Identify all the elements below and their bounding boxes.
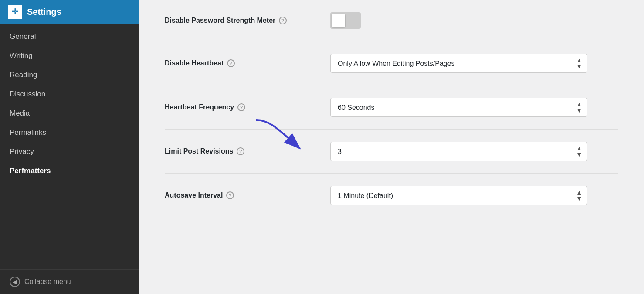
sidebar-title: Settings — [27, 7, 61, 17]
settings-row-limit-post-revisions: Limit Post Revisions?12345101520Disable▲… — [165, 130, 618, 174]
sidebar-item-media[interactable]: Media — [0, 104, 139, 123]
sidebar-item-privacy[interactable]: Privacy — [0, 142, 139, 161]
label-text-limit-post-revisions: Limit Post Revisions — [165, 147, 233, 155]
sidebar-item-discussion[interactable]: Discussion — [0, 85, 139, 104]
label-autosave-interval: Autosave Interval? — [165, 191, 313, 199]
sidebar: ✛ Settings GeneralWritingReadingDiscussi… — [0, 0, 139, 294]
help-icon-limit-post-revisions[interactable]: ? — [237, 147, 244, 155]
main-content: Disable Password Strength Meter?Disable … — [139, 0, 644, 294]
sidebar-header: ✛ Settings — [0, 0, 139, 24]
select-wrapper-disable-heartbeat: Disable EverywhereOnly Allow When Editin… — [330, 54, 587, 73]
collapse-label: Collapse menu — [24, 278, 71, 286]
control-limit-post-revisions: 12345101520Disable▲▼ — [330, 142, 618, 161]
sidebar-item-reading[interactable]: Reading — [0, 65, 139, 85]
select-autosave-interval[interactable]: 1 Minute (Default)2 Minutes3 Minutes5 Mi… — [330, 186, 587, 205]
label-text-disable-password: Disable Password Strength Meter — [165, 17, 275, 24]
sidebar-item-writing[interactable]: Writing — [0, 46, 139, 65]
sidebar-item-general[interactable]: General — [0, 27, 139, 46]
control-disable-password — [330, 12, 618, 29]
settings-row-autosave-interval: Autosave Interval?1 Minute (Default)2 Mi… — [165, 174, 618, 217]
sidebar-item-permalinks[interactable]: Permalinks — [0, 123, 139, 142]
sidebar-nav: GeneralWritingReadingDiscussionMediaPerm… — [0, 24, 139, 269]
toggle-disable-password[interactable] — [330, 12, 361, 29]
label-text-disable-heartbeat: Disable Heartbeat — [165, 59, 224, 67]
settings-row-disable-password: Disable Password Strength Meter? — [165, 0, 618, 41]
select-wrapper-limit-post-revisions: 12345101520Disable▲▼ — [330, 142, 587, 161]
help-icon-autosave-interval[interactable]: ? — [226, 191, 234, 199]
collapse-icon: ◀ — [10, 277, 20, 287]
help-icon-disable-password[interactable]: ? — [279, 17, 287, 24]
select-limit-post-revisions[interactable]: 12345101520Disable — [330, 142, 587, 161]
settings-table: Disable Password Strength Meter?Disable … — [165, 0, 618, 217]
label-text-heartbeat-frequency: Heartbeat Frequency — [165, 103, 234, 111]
select-wrapper-heartbeat-frequency: 15 Seconds30 Seconds45 Seconds60 Seconds… — [330, 98, 587, 117]
select-heartbeat-frequency[interactable]: 15 Seconds30 Seconds45 Seconds60 Seconds… — [330, 98, 587, 117]
label-heartbeat-frequency: Heartbeat Frequency? — [165, 103, 313, 111]
help-icon-heartbeat-frequency[interactable]: ? — [237, 103, 245, 111]
select-wrapper-autosave-interval: 1 Minute (Default)2 Minutes3 Minutes5 Mi… — [330, 186, 587, 205]
select-disable-heartbeat[interactable]: Disable EverywhereOnly Allow When Editin… — [330, 54, 587, 73]
sidebar-item-perfmatters[interactable]: Perfmatters — [0, 161, 139, 181]
label-text-autosave-interval: Autosave Interval — [165, 191, 223, 199]
settings-row-heartbeat-frequency: Heartbeat Frequency?15 Seconds30 Seconds… — [165, 85, 618, 130]
wordpress-logo: ✛ — [8, 5, 22, 19]
control-disable-heartbeat: Disable EverywhereOnly Allow When Editin… — [330, 54, 618, 73]
help-icon-disable-heartbeat[interactable]: ? — [227, 59, 235, 67]
label-disable-heartbeat: Disable Heartbeat? — [165, 59, 313, 67]
collapse-menu-button[interactable]: ◀ Collapse menu — [0, 269, 139, 294]
label-limit-post-revisions: Limit Post Revisions? — [165, 147, 313, 155]
settings-row-disable-heartbeat: Disable Heartbeat?Disable EverywhereOnly… — [165, 41, 618, 85]
toggle-handle — [332, 14, 345, 27]
label-disable-password: Disable Password Strength Meter? — [165, 17, 313, 24]
control-autosave-interval: 1 Minute (Default)2 Minutes3 Minutes5 Mi… — [330, 186, 618, 205]
control-heartbeat-frequency: 15 Seconds30 Seconds45 Seconds60 Seconds… — [330, 98, 618, 117]
